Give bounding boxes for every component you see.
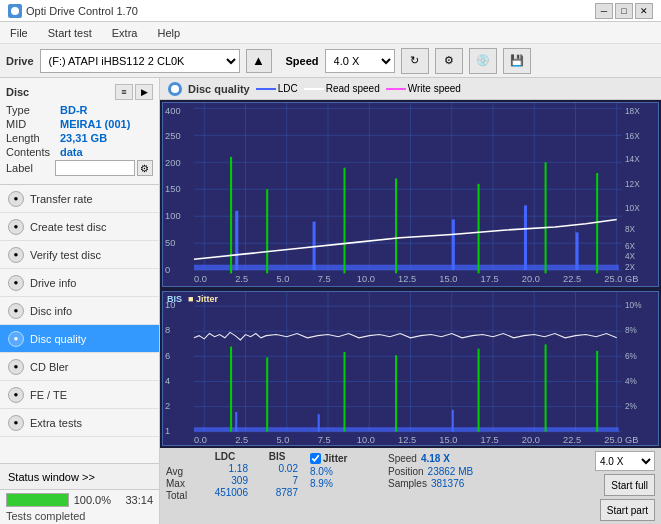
menu-start-test[interactable]: Start test [42,25,98,41]
nav-icon-verify-test-disc: ● [8,247,24,263]
top-chart-svg: 0 50 100 150 200 250 400 18X 16X 14X 12X… [163,103,658,286]
menu-file[interactable]: File [4,25,34,41]
label-input[interactable] [55,160,135,176]
svg-rect-51 [524,205,527,270]
nav-item-disc-quality[interactable]: ●Disc quality [0,325,159,353]
svg-point-0 [11,7,19,15]
nav-item-verify-test-disc[interactable]: ●Verify test disc [0,241,159,269]
avg-label: Avg [166,466,194,477]
legend-write-label: Write speed [408,83,461,94]
svg-text:12.5: 12.5 [398,434,416,445]
nav-icon-transfer-rate: ● [8,191,24,207]
drive-bar: Drive (F:) ATAPI iHBS112 2 CL0K ▲ Speed … [0,44,661,78]
nav-label-transfer-rate: Transfer rate [30,193,93,205]
svg-text:200: 200 [165,156,180,167]
time-text: 33:14 [115,494,153,506]
settings-button[interactable]: ⚙ [435,48,463,74]
top-chart: 0 50 100 150 200 250 400 18X 16X 14X 12X… [162,102,659,287]
speed-label-stat: Speed [388,453,417,464]
nav-item-drive-info[interactable]: ●Drive info [0,269,159,297]
samples-label: Samples [388,478,427,489]
legend-ldc: LDC [256,83,298,94]
save-button[interactable]: 💾 [503,48,531,74]
svg-text:2%: 2% [625,401,637,411]
nav-icon-extra-tests: ● [8,415,24,431]
disc-icon-btn-1[interactable]: ≡ [115,84,133,100]
menu-help[interactable]: Help [151,25,186,41]
total-bis: 8787 [256,487,298,498]
svg-text:25.0 GB: 25.0 GB [604,434,638,445]
nav-item-extra-tests[interactable]: ●Extra tests [0,409,159,437]
svg-rect-52 [576,232,579,270]
nav-item-create-test-disc[interactable]: ●Create test disc [0,213,159,241]
total-ldc: 451006 [202,487,248,498]
status-area: Status window >> 100.0% 33:14 Tests comp… [0,463,159,524]
drive-select[interactable]: (F:) ATAPI iHBS112 2 CL0K [40,49,240,73]
svg-rect-50 [452,219,455,270]
sidebar: Disc ≡ ▶ Type BD-R MID MEIRA1 (001) Leng… [0,78,160,524]
legend-write: Write speed [386,83,461,94]
legend-ldc-label: LDC [278,83,298,94]
stats-bar: Avg Max Total LDC 1.18 309 451006 BIS 0.… [160,448,661,524]
svg-text:4X: 4X [625,251,635,261]
nav-icon-cd-bler: ● [8,359,24,375]
svg-text:17.5: 17.5 [481,434,499,445]
svg-rect-100 [194,428,619,432]
speed-select-stat[interactable]: 4.0 X [595,451,655,471]
nav-icon-fe-te: ● [8,387,24,403]
legend-read: Read speed [304,83,380,94]
mid-value: MEIRA1 (001) [60,118,130,130]
svg-rect-58 [545,162,547,273]
progress-bar-container [6,493,69,507]
nav-items: ●Transfer rate●Create test disc●Verify t… [0,185,159,463]
nav-label-create-test-disc: Create test disc [30,221,106,233]
disc-button[interactable]: 💿 [469,48,497,74]
ldc-header: LDC [202,451,248,462]
speed-select[interactable]: 4.0 X [325,49,395,73]
maximize-button[interactable]: □ [615,3,633,19]
minimize-button[interactable]: ─ [595,3,613,19]
svg-rect-48 [235,211,238,270]
disc-icon-btn-2[interactable]: ▶ [135,84,153,100]
svg-text:8X: 8X [625,224,635,234]
samples-value: 381376 [431,478,464,489]
close-button[interactable]: ✕ [635,3,653,19]
svg-rect-55 [343,168,345,274]
status-text: Tests completed [0,510,159,524]
eject-button[interactable]: ▲ [246,49,272,73]
nav-item-transfer-rate[interactable]: ●Transfer rate [0,185,159,213]
contents-value: data [60,146,83,158]
speed-value: 4.18 X [421,453,450,464]
svg-text:25.0 GB: 25.0 GB [604,273,638,284]
start-part-button[interactable]: Start part [600,499,655,521]
svg-rect-57 [478,184,480,273]
nav-item-fe-te[interactable]: ●FE / TE [0,381,159,409]
svg-rect-47 [194,265,619,270]
title-bar: Opti Drive Control 1.70 ─ □ ✕ [0,0,661,22]
svg-text:8%: 8% [625,326,637,336]
avg-bis: 0.02 [256,463,298,474]
svg-text:2X: 2X [625,262,635,272]
legend-read-label: Read speed [326,83,380,94]
title-bar-left: Opti Drive Control 1.70 [8,4,138,18]
charts-wrapper: 0 50 100 150 200 250 400 18X 16X 14X 12X… [160,100,661,448]
svg-text:8: 8 [165,324,170,335]
menu-extra[interactable]: Extra [106,25,144,41]
jitter-checkbox[interactable] [310,453,321,464]
status-window-button[interactable]: Status window >> [0,464,159,490]
length-value: 23,31 GB [60,132,107,144]
speed-label: Speed [286,55,319,67]
nav-item-disc-info[interactable]: ●Disc info [0,297,159,325]
type-value: BD-R [60,104,88,116]
nav-item-cd-bler[interactable]: ●CD Bler [0,353,159,381]
svg-text:0.0: 0.0 [194,273,207,284]
label-browse-button[interactable]: ⚙ [137,160,153,176]
refresh-button[interactable]: ↻ [401,48,429,74]
svg-text:15.0: 15.0 [439,434,457,445]
svg-text:12X: 12X [625,179,640,189]
content-area: Disc quality LDC Read speed Write speed [160,78,661,524]
progress-bar-fill [7,494,68,506]
start-full-button[interactable]: Start full [604,474,655,496]
nav-label-fe-te: FE / TE [30,389,67,401]
svg-text:10.0: 10.0 [357,434,375,445]
